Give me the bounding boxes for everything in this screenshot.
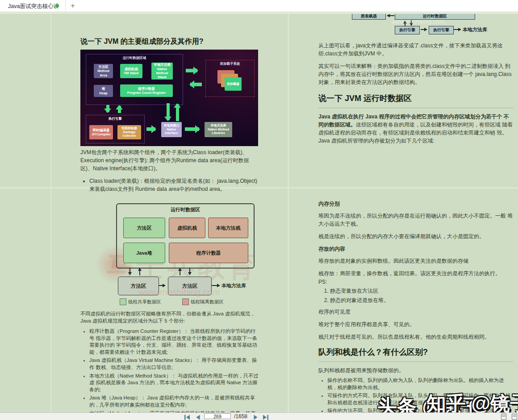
page-bottom-right: 内存分别 堆因为是不连续的，所以分配的内存是在运行期确认的，因此大小不固定。一般… <box>318 200 513 413</box>
class-loading-text: 从上图可以看，java文件通过编译器变成了.class文件，接下来类加载器又将这… <box>318 42 513 149</box>
list-item: Class loader(类装载)：根据给定的全限定名类名(如： java.la… <box>89 177 259 193</box>
previous-page-button[interactable] <box>195 414 202 419</box>
arrow-right-icon <box>146 127 155 131</box>
paragraph: Java 虚拟机在执行 Java 程序的过程中会把它所管理的内存区域划分为若干个… <box>318 113 513 145</box>
paragraph: 程序的可见度 <box>318 308 513 316</box>
list-item: 本地方法栈（Native Method Stack）： 与虚拟机栈的作用是一样的… <box>89 373 259 394</box>
runtime-area-text: 不同虚拟机的运行时数据区可能略微有所不同，但都会遵从 Java 虚拟机规范， J… <box>80 311 259 413</box>
list-item: Java 虚拟机栈（Java Virtual Machine Stacks）： … <box>89 357 259 371</box>
next-page-button[interactable] <box>253 414 260 419</box>
class-loader-flow-box: 类装载器 <box>352 14 386 20</box>
exec-engine-flow-box-1: 执行引擎 <box>395 26 420 34</box>
arrow-down-icon <box>130 268 130 274</box>
paragraph: 栈存放：局部变量，操作数栈，返回结果。该区更关注的是程序方法的执行。 <box>318 269 513 277</box>
watermark-overlay-secondary: 知乎 @镜子 <box>426 391 518 413</box>
arrow-left-icon <box>388 15 394 16</box>
list-item: 静态的对象还是放在堆。 <box>330 296 513 304</box>
paragraph: 堆因为是不连续的，所以分配的内存是在运行期确认的，因此大小不固定。一般 堆大小远… <box>318 212 513 228</box>
arrow-down-icon <box>167 103 170 120</box>
total-pages-label: /1658 <box>234 413 247 420</box>
execution-engine-title: 执行引擎 <box>86 117 144 121</box>
pdf-reader-window: Java面试突击核心讲 + 说一下 JVM 的主要组成部分及其作用? 运行时数据… <box>0 0 518 420</box>
section-heading-runtime-area: 说一下 JVM 运行时数据区 <box>318 92 513 108</box>
paragraph: 其实可以一句话来解释：类的加载指的是将类的.class文件中的二进制数据读入 到… <box>318 62 513 86</box>
watermark-url: www.mashibing.com <box>391 18 444 25</box>
arrow-right-icon <box>421 29 426 30</box>
method-area-box: 方法区 Method Area <box>94 64 113 78</box>
tab-title: Java面试突击核心讲 <box>8 3 59 10</box>
runtime-outer-title: 运行时数据区 <box>117 206 254 213</box>
single-page-view-icon[interactable] <box>501 414 506 420</box>
runtime-outer-box: 运行时数据区 方法区 虚拟机栈 本地方法栈 Java堆 程序计数器 <box>116 203 255 269</box>
runtime-data-area-title: 运行时数据区域 <box>86 56 183 60</box>
section-heading-jvm-components: 说一下 JVM 的主要组成部分及其作用? <box>80 37 258 50</box>
heap-cell: Java堆 <box>123 243 165 263</box>
subsection-title: 内存分别 <box>318 200 513 208</box>
page-gap-horizontal <box>0 187 518 189</box>
jit-compiler-box: 即时编译器 JITCompiler <box>89 125 113 139</box>
ps-label: PS: <box>318 278 513 286</box>
page-gap-vertical <box>288 14 289 413</box>
arrow-up-icon <box>118 106 121 113</box>
list-item: 操作的名称不同。队列的插入称为入队，队列的删除称为出队。栈的插入称为进 栈，栈的… <box>327 377 513 391</box>
legend-shared-label: 线程共享数据区 <box>128 299 161 305</box>
execution-engine-frame: 执行引擎 即时编译器 JITCompiler 垃圾回收器 Garbage Col… <box>86 115 145 143</box>
heap-box: 堆 Heap <box>94 85 113 97</box>
native-libraries-label: 本地方法库 <box>463 26 487 33</box>
list-item: Java 堆（Java Heap）： Java 虚拟机中内存大的一块，是被所有线… <box>89 395 259 408</box>
numbered-list: 静态变量放在方法区 静态的对象还是放在堆。 <box>318 287 513 304</box>
last-page-button[interactable] <box>263 414 270 419</box>
first-page-button[interactable] <box>184 414 191 419</box>
method-area-cell: 方法区 <box>123 218 165 238</box>
document-tab[interactable]: Java面试突击核心讲 <box>0 0 66 12</box>
arrow-left-icon <box>190 83 202 86</box>
tab-modified-dot-icon <box>55 4 59 8</box>
arrow-down-icon <box>106 105 109 112</box>
paragraph: 堆对于整个应用程序都是共享、可见的。 <box>318 320 513 328</box>
legend-isolated-swatch <box>182 298 189 305</box>
paragraph: 从上图可以看，java文件通过编译器变成了.class文件，接下来类加载器又将这… <box>318 42 513 58</box>
watermark-url: www.mashibing.com <box>138 287 220 298</box>
document-viewport: 说一下 JVM 的主要组成部分及其作用? 运行时数据区域 方法区 Method … <box>0 14 518 413</box>
arrow-right-icon <box>186 69 197 72</box>
native-libraries-label: 本地方法库 <box>221 282 246 289</box>
arrow-right-icon <box>212 285 219 286</box>
tab-bar: Java面试突击核心讲 + <box>0 0 518 12</box>
bullet-list: 程序计数器（Program Counter Register）： 当前线程所执行… <box>80 328 259 413</box>
arrow-up-icon <box>176 104 179 121</box>
classloader-subsystem-frame: 类加载子系统 类加载器 <box>205 60 255 97</box>
arrow-up-icon <box>139 269 140 275</box>
native-stack-cell: 本地方法栈 <box>208 218 248 238</box>
section-heading-queue-stack: 队列和栈是什么？有什么区别? <box>318 346 513 362</box>
legend-isolated-label: 线程隔离数据区 <box>191 299 224 305</box>
arrow-right-icon <box>454 29 460 30</box>
page-navigation-bar: /1658 <box>0 412 518 420</box>
paragraph: JVM包含两个子系统和两个组件，两个子系统为Class loader(类装载)、… <box>80 148 259 172</box>
jvm-components-text: JVM包含两个子系统和两个组件，两个子系统为Class loader(类装载)、… <box>80 148 259 197</box>
list-item: 静态变量放在方法区 <box>330 287 513 295</box>
classloader-card-front: 类加载器 <box>225 77 242 91</box>
native-method-stack-box: 本地方法栈 Native Method Stack <box>151 63 173 80</box>
new-tab-button[interactable]: + <box>68 0 78 11</box>
subsection-title: 存放的内容 <box>318 245 513 253</box>
runtime-data-area-frame: 运行时数据区域 方法区 Method Area 虚拟机栈 VM Stack 本地… <box>86 54 183 105</box>
exec-engine-flow-box-2: 执行引擎 <box>429 26 454 34</box>
paragraph: 队列和栈都是被用来预存储数据的。 <box>318 366 513 374</box>
paragraph: 不同虚拟机的运行时数据区可能略微有所不同，但都会遵从 Java 虚拟机规范， J… <box>80 311 259 324</box>
paragraph: 栈只对于线程是可见的。所以也是线程私有。他的生命周期和线程相同。 <box>318 333 513 341</box>
pc-register-box: 程序计数器 Program Count Register <box>120 84 173 97</box>
bullet-list: Class loader(类装载)：根据给定的全限定名类名(如： java.la… <box>80 177 259 193</box>
paragraph: 堆存放的是对象的实例和数组。因此该区更关注的是数据的存储 <box>318 257 513 265</box>
list-item: 程序计数器（Program Counter Register）： 当前线程所执行… <box>89 328 259 356</box>
vm-stack-box: 虚拟机栈 VM Stack <box>120 64 142 78</box>
garbage-collector-box: 垃圾回收器 Garbage Collector <box>117 125 141 139</box>
vm-stack-cell: 虚拟机栈 <box>169 218 205 238</box>
native-interface-box: 本地库接口 Native Interface <box>161 122 182 137</box>
page-number-input[interactable] <box>204 413 231 419</box>
arrow-down-icon <box>189 268 190 274</box>
page-layout-view-icon[interactable] <box>512 414 517 420</box>
paragraph: 栈是连续的，所以分配的内存大小要在编译期就确认，大小是固定的。 <box>318 232 513 240</box>
classloader-subsystem-title: 类加载子系统 <box>206 62 254 66</box>
arrow-up-icon <box>180 269 180 275</box>
pc-register-cell: 程序计数器 <box>169 243 248 263</box>
